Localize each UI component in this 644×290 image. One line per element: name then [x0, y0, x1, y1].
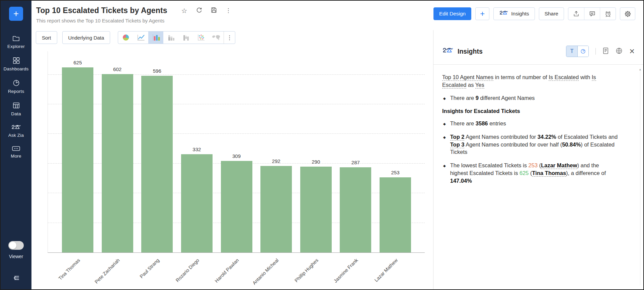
- pie-chart-type-icon[interactable]: [118, 32, 133, 44]
- globe-language-icon[interactable]: [616, 47, 623, 56]
- title-more-options-icon[interactable]: ⋮: [226, 8, 231, 13]
- collapse-sidebar-icon[interactable]: [12, 274, 20, 283]
- map-chart-type-icon[interactable]: [209, 32, 224, 44]
- sidebar-item-label: Ask Zia: [8, 133, 24, 138]
- insight-text: with: [579, 74, 592, 80]
- insights-panel-title: Insights: [458, 48, 483, 55]
- insight-term[interactable]: Lazar Mathew: [541, 162, 577, 169]
- bar-jasmine-frank[interactable]: [340, 167, 371, 252]
- sidebar-item-label: Dashboards: [4, 66, 29, 71]
- x-axis-label: Rozario Diego: [175, 257, 200, 283]
- bar-value-label: 253: [376, 170, 414, 175]
- share-button[interactable]: Share: [539, 7, 564, 20]
- bar-antanio-micheal[interactable]: [260, 166, 292, 252]
- dashboard-grid-icon: [12, 57, 20, 64]
- scatter-chart-type-icon[interactable]: [193, 32, 209, 44]
- viewer-mode-toggle[interactable]: [8, 241, 24, 250]
- sidebar-item-reports[interactable]: Reports: [1, 75, 31, 98]
- header-actions: Edit Design + Insights Share: [433, 7, 635, 20]
- insight-term[interactable]: Top 2: [450, 134, 465, 140]
- report-document-icon[interactable]: [602, 47, 609, 56]
- divider: [595, 48, 596, 55]
- insight-intro: Top 10 Agent Names in terms of number of…: [442, 73, 606, 89]
- line-chart-type-icon[interactable]: [133, 32, 148, 44]
- chart-type-more-icon[interactable]: ⋮: [224, 32, 235, 44]
- insight-term[interactable]: Tina Thomas: [532, 170, 566, 177]
- insights-scrollbar[interactable]: [640, 70, 640, 285]
- sidebar-item-label: Data: [11, 111, 21, 116]
- bar-harold-pawlan[interactable]: [221, 161, 252, 252]
- insight-term[interactable]: Top 3: [450, 141, 465, 148]
- bullet-diamond-icon: ◆: [443, 96, 446, 102]
- refresh-icon[interactable]: [196, 7, 202, 14]
- chart-view-toggle[interactable]: [577, 46, 588, 57]
- insights-button[interactable]: Insights: [493, 7, 535, 20]
- stacked-bar-chart-type-icon[interactable]: [163, 32, 178, 44]
- insight-text: There are: [450, 120, 476, 126]
- header-icon-group: [568, 7, 616, 20]
- create-new-button[interactable]: +: [9, 7, 23, 21]
- sidebar-item-more[interactable]: More: [1, 142, 31, 163]
- scroll-up-icon[interactable]: ▲: [639, 68, 642, 71]
- bar-tina-thomas[interactable]: [62, 67, 93, 252]
- sort-button[interactable]: Sort: [36, 31, 57, 44]
- insight-text: 625: [519, 170, 529, 176]
- insights-view-toggle: T: [566, 46, 589, 57]
- insights-header: Insights T: [433, 30, 643, 64]
- bar-value-label: 602: [98, 66, 137, 72]
- save-icon[interactable]: [211, 7, 217, 14]
- text-view-toggle[interactable]: T: [566, 46, 577, 57]
- bar-value-label: 332: [178, 147, 216, 152]
- sidebar-item-explorer[interactable]: Explorer: [1, 31, 31, 53]
- bar-descending-chart-type-icon[interactable]: [178, 32, 193, 44]
- alert-clock-icon[interactable]: [600, 8, 616, 20]
- insight-text: entries: [488, 120, 506, 126]
- sidebar-item-label: More: [11, 154, 21, 159]
- favorite-star-icon[interactable]: ☆: [181, 7, 187, 14]
- sidebar-item-label: Reports: [8, 89, 24, 94]
- sidebar-item-dashboards[interactable]: Dashboards: [1, 53, 31, 75]
- sidebar-item-ask-zia[interactable]: Ask Zia: [1, 120, 31, 142]
- x-axis-label: Jasmine Frank: [333, 257, 359, 284]
- bar-phillip-hughes[interactable]: [300, 167, 332, 252]
- sidebar-item-data[interactable]: Data: [1, 98, 31, 120]
- folder-icon: [12, 35, 20, 42]
- insight-term[interactable]: Top 10: [442, 74, 459, 81]
- more-ellipsis-icon: [12, 146, 20, 152]
- bar-value-label: 309: [218, 153, 256, 159]
- comment-icon[interactable]: [584, 8, 600, 20]
- export-icon[interactable]: [568, 8, 584, 20]
- settings-gear-icon[interactable]: [620, 7, 635, 20]
- zia-logo-icon: [499, 10, 508, 17]
- toggle-knob: [9, 242, 16, 249]
- insight-text: Agent Names contributed for over half (: [464, 141, 562, 148]
- title-block: Top 10 Escalated Tickets by Agents ☆: [36, 6, 231, 23]
- x-axis-labels: Tina ThomasPete ZachariahPaul StrangRoza…: [48, 253, 425, 289]
- bar-value-label: 287: [336, 160, 375, 165]
- table-icon: [12, 102, 20, 109]
- insight-text: in terms of number of: [493, 74, 549, 80]
- bar-rozario-diego[interactable]: [181, 154, 213, 252]
- close-insights-icon[interactable]: ×: [629, 47, 635, 56]
- bullet-diamond-icon: ◆: [443, 164, 446, 184]
- sidebar: + Explorer Dashboards: [1, 1, 31, 289]
- insight-term[interactable]: Agent Names: [460, 74, 493, 81]
- chart-type-switcher: ⋮: [118, 31, 235, 44]
- underlying-data-button[interactable]: Underlying Data: [62, 31, 110, 44]
- app-window: + Explorer Dashboards: [0, 0, 644, 290]
- insights-button-label: Insights: [511, 11, 529, 17]
- insight-term[interactable]: Yes: [475, 82, 484, 89]
- content-row: Sort Underlying Data: [31, 30, 643, 289]
- add-report-button[interactable]: +: [475, 7, 489, 20]
- insight-term[interactable]: Is Escalated: [549, 74, 579, 81]
- bar-lazar-mathew[interactable]: [380, 177, 411, 252]
- viewer-label: Viewer: [9, 254, 23, 259]
- bar-paul-strang[interactable]: [141, 76, 173, 252]
- insight-bullet: ◆The lowest Escalated Tickets is 253 (La…: [442, 162, 633, 184]
- insight-heading: Insights for Escalated Tickets: [442, 107, 616, 115]
- bar-pete-zachariah[interactable]: [102, 74, 133, 252]
- insight-text: ), a difference of: [566, 170, 606, 176]
- edit-design-button[interactable]: Edit Design: [433, 7, 471, 20]
- bar-chart-type-icon[interactable]: [148, 32, 163, 44]
- x-axis-label: Pete Zachariah: [94, 257, 121, 285]
